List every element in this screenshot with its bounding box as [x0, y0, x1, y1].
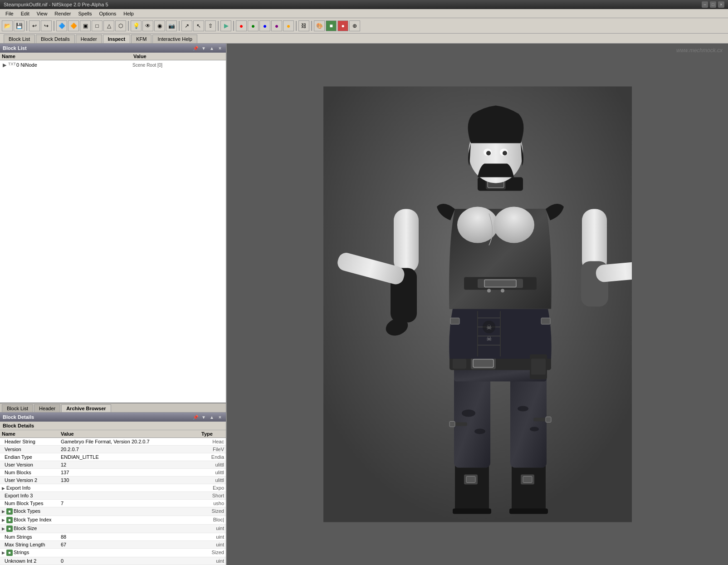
- details-cell-value: [59, 516, 203, 524]
- svg-rect-8: [509, 509, 548, 514]
- panel-detach-icon[interactable]: ×: [217, 45, 223, 51]
- orange-dot-btn[interactable]: ●: [283, 20, 294, 31]
- details-row[interactable]: ▶■Block Type IndexBloc|: [0, 516, 226, 525]
- eye-btn[interactable]: 👁: [142, 20, 153, 31]
- details-cell-type: Short: [203, 492, 226, 499]
- details-row[interactable]: Num Block Types7usho: [0, 500, 226, 507]
- details-row[interactable]: User Version12ulittl: [0, 461, 226, 469]
- expand-triangle-icon[interactable]: ▶: [2, 518, 6, 522]
- bd-close-icon[interactable]: ×: [217, 414, 223, 420]
- bottom-tabs-section: Block ListHeaderArchive Browser: [0, 403, 226, 413]
- redo-btn[interactable]: ↪: [41, 20, 52, 31]
- expand-triangle-icon[interactable]: ▶: [2, 526, 6, 531]
- nav1-btn[interactable]: ↗: [181, 20, 192, 31]
- main-tab-inspect[interactable]: Inspect: [103, 34, 131, 43]
- svg-point-61: [487, 289, 491, 293]
- details-cell-value: [59, 492, 203, 499]
- details-row[interactable]: ▶■Block TypesSized: [0, 507, 226, 516]
- bottom-tab-block-list[interactable]: Block List: [2, 404, 33, 412]
- main-tab-block-list[interactable]: Block List: [4, 34, 35, 43]
- details-row[interactable]: ▶■Block Sizeuint: [0, 525, 226, 533]
- close-btn[interactable]: ×: [718, 1, 724, 8]
- svg-rect-24: [473, 359, 493, 368]
- menu-item-render[interactable]: Render: [51, 10, 74, 17]
- colorpick-btn[interactable]: 🎨: [314, 20, 325, 31]
- cam-btn[interactable]: 📷: [166, 20, 177, 31]
- panel-pin-icon[interactable]: 📌: [192, 45, 199, 51]
- details-cell-name: User Version 2: [0, 477, 59, 484]
- mesh2-btn[interactable]: 🔶: [68, 20, 79, 31]
- details-cell-name: ▶■Block Type Index: [0, 516, 59, 524]
- bd-minimize-icon[interactable]: ▼: [200, 414, 207, 420]
- details-row[interactable]: Num Strings88uint: [0, 533, 226, 541]
- block-details-title: Block Details: [3, 414, 34, 420]
- mesh-btn[interactable]: 🔷: [56, 20, 67, 31]
- expand-triangle-icon[interactable]: ▶: [2, 509, 6, 514]
- bulb-btn[interactable]: 💡: [131, 20, 142, 31]
- green-dot-btn[interactable]: ●: [248, 20, 259, 31]
- box2-btn[interactable]: □: [92, 20, 103, 31]
- maximize-btn[interactable]: □: [710, 1, 716, 8]
- details-row[interactable]: Num Blocks137ulittl: [0, 469, 226, 477]
- menu-item-file[interactable]: File: [2, 10, 17, 17]
- svg-rect-60: [531, 359, 546, 375]
- menu-item-edit[interactable]: Edit: [17, 10, 33, 17]
- play-btn[interactable]: ▶: [220, 20, 231, 31]
- menu-item-spells[interactable]: Spells: [74, 10, 95, 17]
- green-cube-btn[interactable]: ■: [326, 20, 337, 31]
- minimize-btn[interactable]: –: [702, 1, 708, 8]
- expand-triangle-icon[interactable]: ▶: [2, 486, 6, 491]
- details-row[interactable]: Endian TypeENDIAN_LITTLEEndia: [0, 453, 226, 461]
- bd-expand-icon[interactable]: ▲: [209, 414, 215, 420]
- menu-item-help[interactable]: Help: [120, 10, 137, 17]
- details-cell-type: uint: [203, 557, 226, 565]
- open-btn[interactable]: 📂: [2, 20, 13, 31]
- bottom-tab-header[interactable]: Header: [34, 404, 60, 412]
- viewport[interactable]: www.mechmock.cx: [227, 44, 728, 565]
- main-tab-kfm[interactable]: KFM: [131, 34, 151, 43]
- main-tab-header[interactable]: Header: [76, 34, 102, 43]
- block-list-columns: Name Value: [0, 53, 226, 60]
- details-row[interactable]: ▶Export InfoExpo: [0, 484, 226, 492]
- nav2-btn[interactable]: ↖: [193, 20, 204, 31]
- purple-dot-btn[interactable]: ●: [271, 20, 282, 31]
- details-row[interactable]: Export Info 3Short: [0, 492, 226, 500]
- bottom-tab-archive-browser[interactable]: Archive Browser: [61, 404, 111, 412]
- bottom-tab-bar: Block ListHeaderArchive Browser: [0, 403, 226, 413]
- tri-btn[interactable]: △: [103, 20, 114, 31]
- details-cell-name: Unknown Int 2: [0, 557, 59, 565]
- red-dot-btn[interactable]: ●: [236, 20, 247, 31]
- sep4: [179, 21, 180, 31]
- details-row[interactable]: Header StringGamebryo File Format, Versi…: [0, 438, 226, 446]
- details-row[interactable]: ▶■StringsSized: [0, 549, 226, 557]
- cam2-btn[interactable]: ⊕: [349, 20, 360, 31]
- details-cell-type: Bloc|: [203, 516, 226, 524]
- bd-pin-icon[interactable]: 📌: [192, 414, 199, 420]
- panel-minimize-icon[interactable]: ▼: [200, 45, 207, 51]
- details-row[interactable]: User Version 2130ulittl: [0, 477, 226, 484]
- type-icon: TXT: [8, 62, 15, 68]
- details-row[interactable]: Max String Length67uint: [0, 541, 226, 549]
- box-btn[interactable]: ▣: [80, 20, 91, 31]
- red-sphere-btn[interactable]: ●: [337, 20, 348, 31]
- undo-btn[interactable]: ↩: [29, 20, 40, 31]
- nav3-btn[interactable]: ⇧: [205, 20, 216, 31]
- details-cell-name: ▶■Block Types: [0, 507, 59, 516]
- block-row[interactable]: ▶ TXT 0 NiNode Scene Root [0]: [1, 61, 225, 69]
- blue-dot-btn[interactable]: ●: [259, 20, 270, 31]
- block-list-section: Block List 📌 ▼ ▲ × Name Value ▶ TXT 0 Ni…: [0, 44, 226, 403]
- expand-triangle-icon[interactable]: ▶: [2, 550, 6, 555]
- menu-item-view[interactable]: View: [33, 10, 51, 17]
- main-tab-interactive-help[interactable]: Interactive Help: [152, 34, 197, 43]
- link-btn[interactable]: ⛓: [298, 20, 309, 31]
- panel-close-icon[interactable]: ▲: [209, 45, 215, 51]
- details-cell-name: Endian Type: [0, 453, 59, 461]
- details-row[interactable]: Version20.2.0.7FileV: [0, 446, 226, 453]
- details-cell-type: ulittl: [203, 477, 226, 484]
- main-tab-block-details[interactable]: Block Details: [36, 34, 75, 43]
- save-btn[interactable]: 💾: [14, 20, 24, 31]
- details-row[interactable]: Unknown Int 20uint: [0, 557, 226, 565]
- menu-item-options[interactable]: Options: [95, 10, 120, 17]
- poly-btn[interactable]: ⬡: [115, 20, 126, 31]
- eye2-btn[interactable]: ◉: [154, 20, 165, 31]
